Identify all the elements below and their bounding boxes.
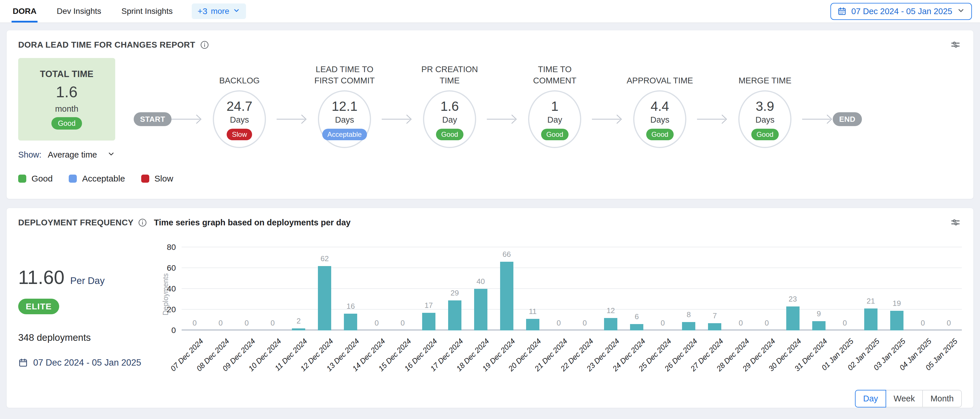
deployment-date-range: 07 Dec 2024 - 05 Jan 2025: [18, 357, 154, 368]
stage-unit: Days: [230, 115, 249, 125]
flow-stage: BACKLOG24.7DaysSlow: [202, 59, 277, 148]
flow-stage: MERGE TIME3.9DaysGood: [728, 59, 802, 148]
chevron-down-icon: [957, 6, 965, 16]
deployment-bar: [630, 324, 643, 330]
deployment-bar: [422, 313, 436, 330]
bar-value-label: 0: [401, 319, 404, 327]
more-tabs-button[interactable]: +3 more: [192, 3, 246, 19]
x-axis-labels: 07 Dec 202408 Dec 202409 Dec 202410 Dec …: [181, 333, 962, 388]
calendar-icon: [18, 358, 28, 368]
tab-dora[interactable]: DORA: [11, 0, 38, 22]
stage-unit: Day: [442, 115, 457, 125]
deployment-bar: [604, 318, 617, 330]
stage-circle: 1.6DayGood: [423, 90, 476, 148]
stage-circle: 3.9DaysGood: [738, 90, 791, 148]
bar-value-label: 0: [245, 319, 248, 327]
chevron-down-icon: [107, 150, 115, 160]
arrow-right-icon: [382, 113, 412, 125]
arrow-right-icon: [172, 113, 202, 125]
total-time-label: TOTAL TIME: [40, 69, 94, 79]
status-badge: Good: [751, 129, 779, 140]
bar-value-label: 21: [867, 297, 875, 306]
bar-value-label: 11: [529, 307, 536, 316]
y-axis-tick: 20: [167, 305, 176, 314]
date-range-picker[interactable]: 07 Dec 2024 - 05 Jan 2025: [830, 3, 972, 20]
legend-item: Slow: [141, 174, 173, 184]
bar-value-label: 0: [557, 319, 561, 327]
tab-sprint-insights[interactable]: Sprint Insights: [120, 0, 174, 22]
status-badge: Good: [646, 129, 674, 140]
legend-label: Acceptable: [82, 174, 125, 184]
deployment-bar: [682, 322, 695, 330]
bar-value-label: 0: [219, 319, 223, 327]
status-badge: Slow: [227, 129, 252, 140]
performance-tier-badge: ELITE: [18, 299, 59, 314]
stage-value: 4.4: [651, 98, 669, 114]
more-tabs-label: more: [211, 6, 229, 16]
chevron-down-icon: [233, 6, 240, 16]
granularity-week[interactable]: Week: [886, 390, 923, 408]
bar-value-label: 29: [450, 289, 459, 297]
deployment-frequency-card: DEPLOYMENT FREQUENCY Time series graph b…: [6, 208, 974, 408]
bar-value-label: 23: [789, 295, 797, 303]
granularity-toggle: DayWeekMonth: [855, 390, 962, 408]
grid-line: [181, 247, 962, 247]
grid-line: [181, 288, 962, 289]
total-time-status-badge: Good: [51, 117, 82, 130]
flow-stage: TIME TO COMMENT1DayGood: [517, 59, 592, 148]
granularity-month[interactable]: Month: [922, 390, 962, 408]
flow-stage: LEAD TIME TO FIRST COMMIT12.1DaysAccepta…: [307, 59, 382, 148]
stage-value: 1.6: [440, 98, 459, 114]
end-pill: END: [833, 112, 862, 126]
y-axis-tick: 80: [167, 243, 176, 252]
bar-value-label: 0: [583, 319, 587, 327]
legend-swatch: [69, 175, 77, 183]
tab-dev-insights[interactable]: Dev Insights: [56, 0, 102, 22]
stage-circle: 1DayGood: [528, 90, 581, 148]
arrow-right-icon: [697, 113, 728, 125]
legend-item: Good: [18, 174, 52, 184]
legend-item: Acceptable: [69, 174, 125, 184]
bar-value-label: 0: [270, 319, 275, 327]
granularity-day[interactable]: Day: [855, 390, 886, 408]
bar-value-label: 8: [687, 310, 690, 319]
legend-label: Slow: [154, 174, 173, 184]
stage-unit: Days: [650, 115, 669, 125]
legend-label: Good: [32, 174, 52, 184]
bar-value-label: 16: [347, 302, 355, 311]
stage-label: PR CREATION TIME: [412, 59, 487, 86]
bar-value-label: 0: [192, 319, 197, 327]
sliders-icon[interactable]: [949, 216, 962, 229]
stage-circle: 4.4DaysGood: [633, 90, 686, 148]
flow-stage: PR CREATION TIME1.6DayGood: [412, 59, 487, 148]
deployment-bar: [500, 262, 513, 330]
bar-value-label: 0: [921, 319, 925, 327]
tab-bar: DORADev InsightsSprint Insights: [11, 0, 192, 22]
flow-stage: APPROVAL TIME4.4DaysGood: [622, 59, 697, 148]
bar-value-label: 0: [374, 319, 379, 327]
bar-value-label: 0: [738, 319, 743, 327]
bar-value-label: 9: [816, 309, 821, 318]
stage-value: 12.1: [331, 98, 358, 114]
start-pill: START: [134, 112, 172, 126]
top-nav-bar: DORADev InsightsSprint Insights +3 more …: [0, 0, 980, 23]
total-time-unit: month: [55, 104, 78, 114]
info-icon[interactable]: [138, 218, 147, 227]
more-tabs-count: +3: [197, 6, 207, 16]
arrow-right-icon: [802, 113, 833, 125]
bar-value-label: 0: [843, 319, 846, 327]
deployment-bar: [318, 266, 331, 330]
sliders-icon[interactable]: [949, 38, 962, 51]
y-axis-tick: 0: [171, 326, 176, 335]
bar-value-label: 62: [320, 254, 329, 263]
grid-line: [181, 309, 962, 309]
total-time-value: 1.6: [56, 83, 77, 101]
info-icon[interactable]: [200, 40, 209, 50]
deployment-bar: [786, 306, 800, 330]
bar-value-label: 0: [947, 319, 951, 327]
bar-value-label: 12: [607, 306, 615, 315]
stage-circle: 24.7DaysSlow: [213, 90, 266, 148]
deployment-bar: [890, 311, 904, 330]
show-dropdown[interactable]: Show: Average time: [18, 150, 115, 160]
stage-unit: Days: [756, 115, 775, 125]
